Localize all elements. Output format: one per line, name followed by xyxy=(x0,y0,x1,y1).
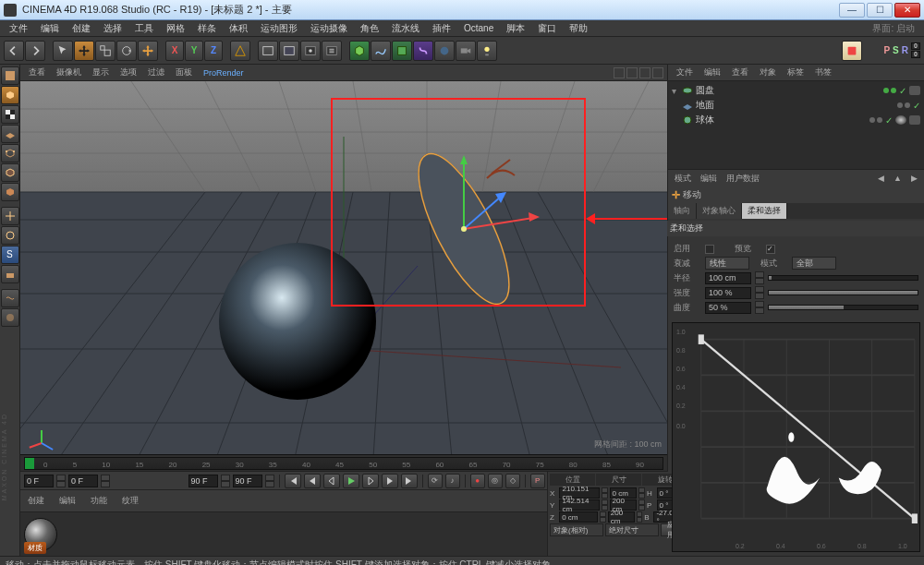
menu-mesh[interactable]: 网格 xyxy=(161,21,190,36)
curve-slider[interactable] xyxy=(768,305,918,310)
coord-system-btn[interactable] xyxy=(230,41,250,61)
edge-mode-btn[interactable] xyxy=(1,163,19,182)
tree-toggle-icon[interactable]: ▾ xyxy=(672,86,679,96)
vp-nav-icon[interactable] xyxy=(626,67,638,78)
select-tool[interactable] xyxy=(53,41,73,61)
viewport-menu[interactable]: 查看 摄像机 显示 选项 过滤 面板 ProRender xyxy=(20,65,667,81)
object-row[interactable]: 球体 ✓ xyxy=(670,113,922,127)
loop-btn[interactable]: ⟳ xyxy=(428,474,443,488)
vp-tab-view[interactable]: 查看 xyxy=(24,66,50,79)
menu-window[interactable]: 窗口 xyxy=(532,21,562,36)
range-end-field[interactable]: 90 F xyxy=(188,475,218,487)
key-pos-btn[interactable]: P xyxy=(530,474,545,488)
attr-nav-icon[interactable]: ▲ xyxy=(891,174,905,183)
snap-toggle-btn[interactable]: S xyxy=(1,246,19,264)
menu-octane[interactable]: Octane xyxy=(458,22,499,34)
z-axis-lock[interactable]: Z xyxy=(204,41,223,61)
workplane-btn[interactable] xyxy=(1,125,19,143)
spinner[interactable] xyxy=(755,271,764,284)
menu-help[interactable]: 帮助 xyxy=(564,21,593,36)
spinner[interactable] xyxy=(101,475,110,487)
vp-tab-options[interactable]: 选项 xyxy=(116,66,141,79)
key-sel-btn[interactable]: ◇ xyxy=(505,474,520,488)
preview-checkbox[interactable] xyxy=(766,245,775,254)
radius-field[interactable]: 100 cm xyxy=(705,272,751,284)
recent-tool[interactable] xyxy=(138,41,158,61)
menu-character[interactable]: 角色 xyxy=(355,21,384,36)
vp-tab-panel[interactable]: 面板 xyxy=(171,66,197,79)
prev-key-btn[interactable] xyxy=(304,474,321,488)
falloff-curve-editor[interactable]: 1.0 0.8 0.6 0.4 0.2 0.0 0.2 0.4 0.6 0.8 … xyxy=(672,322,920,552)
falloff-dropdown[interactable]: 线性 xyxy=(705,257,749,270)
max-frame-field[interactable]: 90 F xyxy=(233,475,262,487)
layout-info[interactable]: 界面: 启动 xyxy=(867,21,920,36)
light-btn[interactable] xyxy=(477,41,497,61)
spinner[interactable] xyxy=(755,286,764,299)
mat-menu-texture[interactable]: 纹理 xyxy=(118,495,142,507)
workplane-snap-btn[interactable] xyxy=(1,265,19,283)
render-region-btn[interactable] xyxy=(279,41,299,61)
deformer-btn[interactable] xyxy=(413,41,433,61)
menu-motioncam[interactable]: 运动摄像 xyxy=(305,21,353,36)
rotate-tool[interactable] xyxy=(116,41,137,61)
menu-file[interactable]: 文件 xyxy=(4,21,33,36)
vp-tab-display[interactable]: 显示 xyxy=(88,66,114,79)
material-name-label[interactable]: 材质 xyxy=(24,542,46,554)
menu-bar[interactable]: 文件 编辑 创建 选择 工具 网格 样条 体积 运动图形 运动摄像 角色 流水线… xyxy=(0,20,924,37)
attr-nav-icon[interactable]: ◀ xyxy=(875,174,887,183)
undo-button[interactable] xyxy=(4,41,24,61)
make-editable-btn[interactable] xyxy=(1,66,19,85)
phong-tag-icon[interactable] xyxy=(909,86,920,95)
phong-tag-icon[interactable] xyxy=(909,115,920,125)
point-mode-btn[interactable] xyxy=(1,144,19,162)
attr-tab-axis[interactable]: 轴向 xyxy=(668,203,697,219)
timeline[interactable]: 0510 152025 303540 455055 606570 758085 … xyxy=(20,454,667,471)
vp-tab-prorender[interactable]: ProRender xyxy=(199,67,249,78)
pos-y-field[interactable]: 142.514 cm xyxy=(559,499,599,511)
menu-pipeline[interactable]: 流水线 xyxy=(386,21,425,36)
next-frame-btn[interactable] xyxy=(362,474,379,488)
move-tool[interactable] xyxy=(74,41,94,61)
viewport-solo-btn[interactable] xyxy=(1,226,19,245)
render-view-btn[interactable] xyxy=(258,41,278,61)
polygon-mode-btn[interactable] xyxy=(1,183,19,201)
radius-slider[interactable] xyxy=(768,275,918,281)
vp-tab-filter[interactable]: 过滤 xyxy=(143,66,169,79)
attr-nav-icon[interactable]: ▶ xyxy=(908,174,920,183)
next-key-btn[interactable] xyxy=(382,474,398,488)
perspective-viewport[interactable]: 透视视图 xyxy=(20,81,667,454)
menu-create[interactable]: 创建 xyxy=(67,21,96,36)
soft-select-btn[interactable] xyxy=(1,308,19,327)
tweak-btn[interactable] xyxy=(1,289,19,307)
menu-mograph[interactable]: 运动图形 xyxy=(255,21,303,36)
menu-select[interactable]: 选择 xyxy=(98,21,128,36)
size-z-field[interactable]: 200 cm xyxy=(608,511,635,523)
material-tag-icon[interactable] xyxy=(895,115,906,125)
strength-field[interactable]: 100 % xyxy=(705,287,751,299)
vp-nav-icon[interactable] xyxy=(652,67,663,78)
menu-plugins[interactable]: 插件 xyxy=(427,21,456,36)
attr-tab-objectaxis[interactable]: 对象轴心 xyxy=(697,203,742,219)
timeline-ruler[interactable]: 0510 152025 303540 455055 606570 758085 … xyxy=(24,457,663,470)
x-axis-lock[interactable]: X xyxy=(165,41,184,61)
prev-frame-btn[interactable] xyxy=(323,474,340,488)
menu-tools[interactable]: 工具 xyxy=(129,21,159,36)
mat-menu-create[interactable]: 创建 xyxy=(24,495,48,507)
goto-start-btn[interactable] xyxy=(285,474,301,488)
goto-end-btn[interactable] xyxy=(401,474,418,488)
render-settings-btn[interactable] xyxy=(322,41,342,61)
spinner[interactable] xyxy=(56,475,66,487)
scale-tool[interactable] xyxy=(95,41,116,61)
menu-script[interactable]: 脚本 xyxy=(501,21,530,36)
model-mode-btn[interactable] xyxy=(1,86,19,104)
render-pv-btn[interactable] xyxy=(300,41,321,61)
vp-tab-camera[interactable]: 摄像机 xyxy=(52,66,86,79)
range-start-field[interactable]: 0 F xyxy=(24,475,54,487)
current-frame-field[interactable]: 0 F xyxy=(68,475,98,487)
menu-edit[interactable]: 编辑 xyxy=(35,21,65,36)
axis-mode-btn[interactable] xyxy=(1,207,19,225)
object-manager-menu[interactable]: 文件 编辑 查看 对象 标签 书签 xyxy=(668,65,924,81)
menu-volume[interactable]: 体积 xyxy=(224,21,253,36)
strength-slider[interactable] xyxy=(768,290,918,295)
pos-z-field[interactable]: 0 cm xyxy=(559,511,598,523)
